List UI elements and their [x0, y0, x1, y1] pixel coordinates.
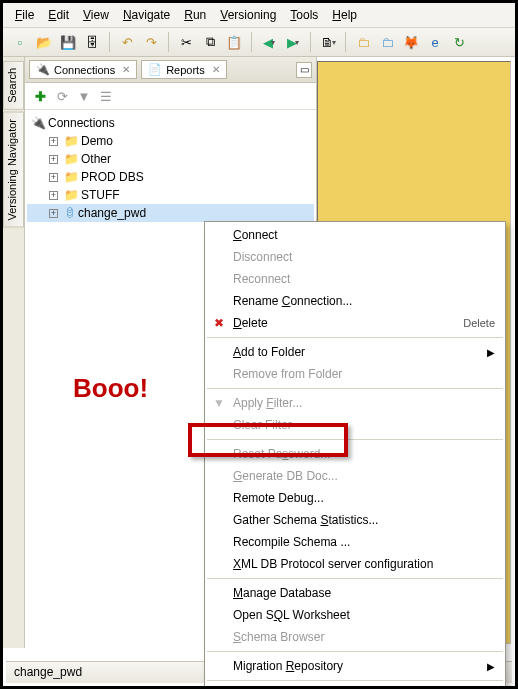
reload-icon[interactable]: ↻ — [448, 31, 470, 53]
tree-item-prod-dbs[interactable]: +📁PROD DBS — [27, 168, 314, 186]
tree-item-demo[interactable]: +📁Demo — [27, 132, 314, 150]
expand-icon[interactable]: + — [49, 191, 58, 200]
ctx-recompile-schema[interactable]: Recompile Schema ... — [205, 531, 505, 553]
ctx-item-label: Recompile Schema ... — [233, 535, 350, 549]
tree-item-change_pwd[interactable]: +🛢change_pwd — [27, 204, 314, 222]
folder-icon: 📁 — [64, 170, 79, 184]
ext1-icon[interactable]: 🗀 — [352, 31, 374, 53]
ctx-reset-password: Reset Password... — [205, 443, 505, 465]
menu-run[interactable]: Run — [178, 6, 212, 24]
folder-icon: 📁 — [64, 188, 79, 202]
menu-versioning[interactable]: Versioning — [214, 6, 282, 24]
ctx-item-label: Gather Schema Statistics... — [233, 513, 378, 527]
save-icon[interactable]: 💾 — [57, 31, 79, 53]
back-icon[interactable]: ◀ — [258, 31, 280, 53]
main-toolbar: ▫📂💾🗄↶↷✂⧉📋◀▶🗎🗀🗀🦊e↻ — [3, 28, 515, 57]
tab-icon: 🔌 — [36, 63, 50, 76]
ctx-item-label: Disconnect — [233, 250, 292, 264]
ctx-item-label: Reconnect — [233, 272, 290, 286]
new-icon[interactable]: ▫ — [9, 31, 31, 53]
add-icon[interactable]: ✚ — [31, 87, 49, 105]
ctx-item-label: Apply Filter... — [233, 396, 302, 410]
left-dock: SearchVersioning Navigator — [3, 57, 25, 648]
tab-label: Reports — [166, 64, 205, 76]
sql-icon[interactable]: 🗎 — [317, 31, 339, 53]
tree-item-label: Demo — [81, 134, 113, 148]
ctx-item-label: Open SQL Worksheet — [233, 608, 350, 622]
ctx-gather-schema-statistics[interactable]: Gather Schema Statistics... — [205, 509, 505, 531]
ctx-item-label: Connect — [233, 228, 278, 242]
ctx-item-label: Reset Password... — [233, 447, 330, 461]
menu-help[interactable]: Help — [326, 6, 363, 24]
refresh-icon[interactable]: ⟳ — [53, 87, 71, 105]
ctx-item-icon: ✖ — [211, 316, 227, 330]
menu-view[interactable]: View — [77, 6, 115, 24]
cut-icon[interactable]: ✂ — [175, 31, 197, 53]
menu-tools[interactable]: Tools — [284, 6, 324, 24]
firefox-icon[interactable]: 🦊 — [400, 31, 422, 53]
ext2-icon[interactable]: 🗀 — [376, 31, 398, 53]
tab-reports[interactable]: 📄Reports✕ — [141, 60, 227, 79]
filter-icon[interactable]: ▼ — [75, 87, 93, 105]
ctx-xml-db-protocol-server-configuration[interactable]: XML DB Protocol server configuration — [205, 553, 505, 575]
versioning-panel[interactable]: Versioning Navigator — [3, 112, 24, 228]
folder-icon: 📁 — [64, 152, 79, 166]
search-panel[interactable]: Search — [3, 61, 24, 110]
ctx-properties[interactable]: 🗔Properties... — [205, 684, 505, 689]
ctx-reconnect: Reconnect — [205, 268, 505, 290]
menu-edit[interactable]: Edit — [42, 6, 75, 24]
menu-navigate[interactable]: Navigate — [117, 6, 176, 24]
tree-root-label: Connections — [48, 116, 115, 130]
paste-icon[interactable]: 📋 — [223, 31, 245, 53]
tree-item-stuff[interactable]: +📁STUFF — [27, 186, 314, 204]
ctx-item-label: Manage Database — [233, 586, 331, 600]
menubar: FileEditViewNavigateRunVersioningToolsHe… — [3, 3, 515, 28]
tab-connections[interactable]: 🔌Connections✕ — [29, 60, 137, 79]
ctx-clear-filter: Clear Filter — [205, 414, 505, 436]
ctx-item-label: Remove from Folder — [233, 367, 342, 381]
tns-icon[interactable]: ☰ — [97, 87, 115, 105]
ie-icon[interactable]: e — [424, 31, 446, 53]
tab-icon: 📄 — [148, 63, 162, 76]
undo-icon[interactable]: ↶ — [116, 31, 138, 53]
ctx-item-label: Rename Connection... — [233, 294, 352, 308]
tree-item-label: change_pwd — [78, 206, 146, 220]
minimize-panel-icon[interactable]: ▭ — [296, 62, 312, 78]
tree-item-other[interactable]: +📁Other — [27, 150, 314, 168]
expand-icon[interactable]: + — [49, 173, 58, 182]
ctx-item-shortcut: Delete — [463, 317, 495, 329]
ctx-remote-debug[interactable]: Remote Debug... — [205, 487, 505, 509]
open-icon[interactable]: 📂 — [33, 31, 55, 53]
ctx-manage-database[interactable]: Manage Database — [205, 582, 505, 604]
ctx-item-label: Delete — [233, 316, 268, 330]
ctx-migration-repository[interactable]: Migration Repository▶ — [205, 655, 505, 677]
ctx-connect[interactable]: Connect — [205, 224, 505, 246]
redo-icon[interactable]: ↷ — [140, 31, 162, 53]
ctx-item-label: Add to Folder — [233, 345, 305, 359]
expand-icon[interactable]: + — [49, 137, 58, 146]
ctx-item-label: Migration Repository — [233, 659, 343, 673]
submenu-arrow-icon: ▶ — [487, 347, 495, 358]
close-icon[interactable]: ✕ — [122, 64, 130, 75]
connection-context-menu: ConnectDisconnectReconnectRename Connect… — [204, 221, 506, 689]
tree-item-label: STUFF — [81, 188, 120, 202]
ctx-item-icon: ▼ — [211, 396, 227, 410]
database-icon: 🛢 — [64, 206, 76, 220]
ctx-open-sql-worksheet[interactable]: Open SQL Worksheet — [205, 604, 505, 626]
save-all-icon[interactable]: 🗄 — [81, 31, 103, 53]
forward-icon[interactable]: ▶ — [282, 31, 304, 53]
ctx-rename-connection[interactable]: Rename Connection... — [205, 290, 505, 312]
ctx-add-to-folder[interactable]: Add to Folder▶ — [205, 341, 505, 363]
expand-icon[interactable]: + — [49, 155, 58, 164]
copy-icon[interactable]: ⧉ — [199, 31, 221, 53]
ctx-remove-from-folder: Remove from Folder — [205, 363, 505, 385]
submenu-arrow-icon: ▶ — [487, 661, 495, 672]
close-icon[interactable]: ✕ — [212, 64, 220, 75]
tree-root[interactable]: 🔌Connections — [27, 114, 314, 132]
tree-item-label: PROD DBS — [81, 170, 144, 184]
status-text: change_pwd — [14, 665, 82, 679]
menu-file[interactable]: File — [9, 6, 40, 24]
expand-icon[interactable]: + — [49, 209, 58, 218]
ctx-delete[interactable]: ✖DeleteDelete — [205, 312, 505, 334]
ctx-disconnect: Disconnect — [205, 246, 505, 268]
